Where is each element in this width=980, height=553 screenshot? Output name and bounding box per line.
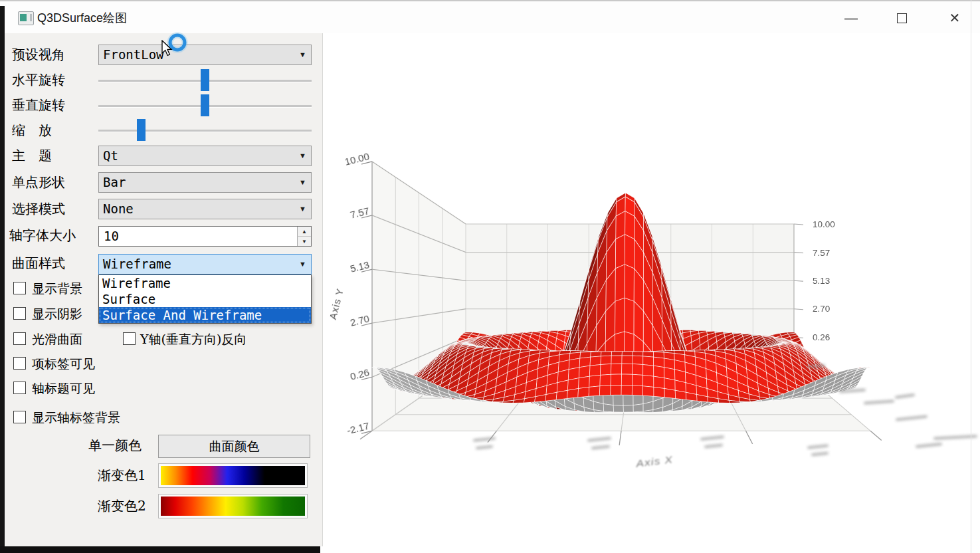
smooth-surface-checkbox[interactable] bbox=[13, 332, 26, 345]
show-axis-label-background-checkbox[interactable] bbox=[13, 411, 26, 423]
gradient1-label: 渐变色1 bbox=[98, 467, 146, 485]
axis-titles-visible-checkbox[interactable] bbox=[13, 382, 26, 394]
maximize-button[interactable] bbox=[884, 1, 919, 35]
axis-titles-visible-label: 轴标题可见 bbox=[32, 380, 95, 397]
y-axis-reversed-label: Y轴(垂直方向)反向 bbox=[140, 331, 246, 348]
chevron-down-icon: ▼ bbox=[299, 205, 306, 213]
window-bottom-edge bbox=[0, 546, 320, 553]
surface-color-button[interactable]: 曲面颜色 bbox=[158, 435, 310, 458]
axis-font-size-label: 轴字体大小 bbox=[9, 227, 76, 245]
minimize-icon: — bbox=[844, 11, 858, 26]
dropdown-option-surface[interactable]: Surface bbox=[99, 291, 311, 307]
y-axis-right-tick-label: 0.26 bbox=[813, 332, 830, 342]
surface-style-dropdown-list: Wireframe Surface Surface And Wireframe bbox=[98, 275, 312, 324]
close-icon: ✕ bbox=[949, 10, 961, 26]
show-shadow-label: 显示阴影 bbox=[32, 306, 82, 323]
show-background-checkbox[interactable] bbox=[13, 282, 26, 294]
v-rotation-label: 垂直旋转 bbox=[12, 96, 65, 114]
surface-style-value: Wireframe bbox=[103, 257, 171, 271]
h-rotation-label: 水平旋转 bbox=[12, 71, 65, 89]
theme-combobox[interactable]: Qt ▼ bbox=[98, 146, 312, 166]
spin-down-button[interactable]: ▼ bbox=[297, 237, 311, 246]
spin-up-icon: ▲ bbox=[302, 229, 307, 235]
gradient2-swatch[interactable] bbox=[158, 494, 308, 518]
show-shadow-checkbox[interactable] bbox=[13, 307, 26, 320]
mouse-cursor-icon bbox=[161, 40, 173, 57]
application-window: 10.007.575.132.700.26-2.1710.007.575.132… bbox=[0, 0, 980, 553]
single-color-label: 单一颜色 bbox=[88, 437, 142, 455]
surface-3d-view[interactable] bbox=[324, 33, 972, 553]
gradient2-bar bbox=[161, 497, 305, 516]
chevron-down-icon: ▼ bbox=[299, 51, 306, 58]
selection-mode-value: None bbox=[103, 201, 134, 216]
point-shape-combobox[interactable]: Bar ▼ bbox=[98, 172, 312, 193]
v-rotation-slider-handle[interactable] bbox=[201, 94, 209, 116]
gradient1-swatch[interactable] bbox=[158, 463, 308, 488]
surface-style-combobox[interactable]: Wireframe ▼ bbox=[98, 254, 312, 275]
chevron-down-icon: ▼ bbox=[299, 178, 306, 186]
y-axis-right-tick-label: 2.70 bbox=[813, 304, 830, 314]
y-axis-right-tick-label: 10.00 bbox=[813, 219, 835, 229]
gradient1-bar bbox=[161, 466, 305, 485]
dropdown-option-wireframe[interactable]: Wireframe bbox=[99, 275, 311, 291]
point-shape-value: Bar bbox=[103, 175, 126, 189]
theme-value: Qt bbox=[103, 148, 118, 163]
minimize-button[interactable]: — bbox=[834, 1, 868, 35]
y-axis-right-tick-label: 7.57 bbox=[813, 248, 830, 258]
zoom-slider-track[interactable] bbox=[98, 130, 312, 132]
spin-down-icon: ▼ bbox=[302, 239, 307, 245]
window-title: Q3DSurface绘图 bbox=[37, 10, 127, 26]
title-bar[interactable]: Q3DSurface绘图 — ✕ bbox=[0, 0, 980, 33]
smooth-surface-label: 光滑曲面 bbox=[32, 331, 82, 348]
axis-font-size-value: 10 bbox=[104, 229, 119, 243]
window-left-edge bbox=[0, 6, 5, 553]
preset-view-value: FrontLow bbox=[103, 47, 164, 62]
axis-font-size-spinbox[interactable]: 10 ▲ ▼ bbox=[98, 226, 312, 247]
window-right-border bbox=[971, 0, 971, 553]
surface-style-label: 曲面样式 bbox=[12, 255, 65, 273]
dropdown-option-surface-and-wireframe[interactable]: Surface And Wireframe bbox=[99, 307, 311, 323]
y-axis-right-tick-label: 5.13 bbox=[813, 276, 830, 286]
preset-view-label: 预设视角 bbox=[12, 46, 65, 64]
point-shape-label: 单点形状 bbox=[12, 173, 65, 191]
gradient2-label: 渐变色2 bbox=[98, 497, 146, 515]
h-rotation-slider-handle[interactable] bbox=[201, 69, 209, 91]
chevron-down-icon: ▼ bbox=[299, 260, 306, 268]
selection-mode-combobox[interactable]: None ▼ bbox=[98, 199, 312, 219]
maximize-icon bbox=[897, 13, 907, 23]
selection-mode-label: 选择模式 bbox=[12, 200, 65, 218]
spin-up-button[interactable]: ▲ bbox=[297, 227, 311, 237]
item-labels-visible-label: 项标签可见 bbox=[32, 356, 95, 373]
show-background-label: 显示背景 bbox=[32, 280, 82, 298]
y-axis-reversed-checkbox[interactable] bbox=[123, 332, 136, 345]
close-button[interactable]: ✕ bbox=[937, 1, 972, 35]
item-labels-visible-checkbox[interactable] bbox=[13, 357, 26, 370]
theme-label: 主 题 bbox=[12, 147, 52, 165]
preset-view-combobox[interactable]: FrontLow ▼ bbox=[98, 45, 312, 65]
show-axis-label-background-label: 显示轴标签背景 bbox=[32, 409, 120, 427]
zoom-label: 缩 放 bbox=[12, 122, 52, 140]
chevron-down-icon: ▼ bbox=[299, 152, 306, 160]
app-icon bbox=[18, 11, 34, 25]
zoom-slider-handle[interactable] bbox=[137, 119, 146, 141]
